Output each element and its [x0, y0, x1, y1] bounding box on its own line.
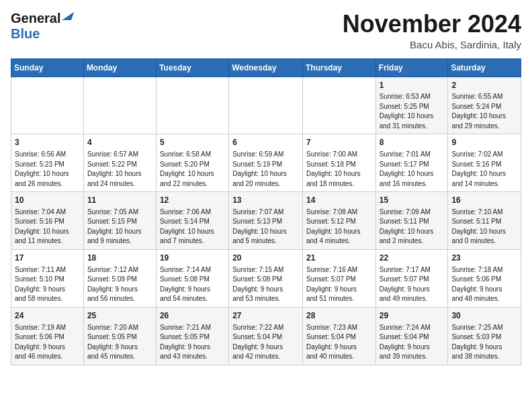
day-of-week-header: Saturday — [448, 58, 521, 77]
day-info: Sunrise: 7:12 AM Sunset: 5:09 PM Dayligh… — [87, 265, 152, 304]
day-of-week-header: Thursday — [302, 58, 375, 77]
day-info: Sunrise: 7:06 AM Sunset: 5:14 PM Dayligh… — [160, 208, 225, 246]
calendar-cell: 11Sunrise: 7:05 AM Sunset: 5:15 PM Dayli… — [83, 192, 156, 250]
month-title: November 2024 — [343, 11, 521, 38]
day-number: 16 — [451, 195, 517, 206]
logo-blue-text: Blue — [11, 26, 40, 41]
calendar-cell: 30Sunrise: 7:25 AM Sunset: 5:03 PM Dayli… — [448, 307, 521, 365]
calendar-cell: 6Sunrise: 6:59 AM Sunset: 5:19 PM Daylig… — [229, 134, 303, 192]
calendar-cell — [156, 77, 228, 134]
day-info: Sunrise: 7:08 AM Sunset: 5:12 PM Dayligh… — [306, 208, 372, 246]
day-info: Sunrise: 7:05 AM Sunset: 5:15 PM Dayligh… — [87, 208, 152, 246]
logo-general-text: General — [11, 11, 60, 26]
day-number: 29 — [380, 310, 445, 322]
day-number: 4 — [87, 137, 152, 148]
day-of-week-header: Friday — [375, 58, 448, 77]
day-info: Sunrise: 7:07 AM Sunset: 5:13 PM Dayligh… — [232, 208, 299, 246]
day-number: 7 — [306, 137, 372, 148]
day-number: 14 — [306, 195, 372, 206]
svg-marker-0 — [62, 12, 74, 20]
calendar-cell: 7Sunrise: 7:00 AM Sunset: 5:18 PM Daylig… — [302, 134, 375, 192]
day-number: 26 — [160, 310, 225, 322]
day-number: 21 — [306, 253, 372, 264]
day-number: 12 — [160, 195, 225, 206]
day-number: 28 — [306, 310, 372, 322]
calendar-cell: 12Sunrise: 7:06 AM Sunset: 5:14 PM Dayli… — [156, 192, 228, 250]
calendar-cell: 14Sunrise: 7:08 AM Sunset: 5:12 PM Dayli… — [302, 192, 375, 250]
calendar-cell: 19Sunrise: 7:14 AM Sunset: 5:08 PM Dayli… — [156, 249, 228, 307]
day-info: Sunrise: 7:10 AM Sunset: 5:11 PM Dayligh… — [451, 208, 517, 246]
day-info: Sunrise: 7:04 AM Sunset: 5:16 PM Dayligh… — [15, 208, 80, 246]
day-info: Sunrise: 7:11 AM Sunset: 5:10 PM Dayligh… — [15, 265, 80, 304]
calendar-cell: 28Sunrise: 7:23 AM Sunset: 5:04 PM Dayli… — [302, 307, 375, 365]
day-info: Sunrise: 6:55 AM Sunset: 5:24 PM Dayligh… — [451, 92, 517, 131]
calendar-cell: 27Sunrise: 7:22 AM Sunset: 5:04 PM Dayli… — [229, 307, 303, 365]
day-number: 6 — [232, 137, 299, 148]
day-number: 3 — [15, 137, 80, 148]
day-info: Sunrise: 6:58 AM Sunset: 5:20 PM Dayligh… — [160, 150, 225, 189]
calendar-cell: 2Sunrise: 6:55 AM Sunset: 5:24 PM Daylig… — [448, 77, 521, 134]
day-of-week-header: Sunday — [11, 58, 84, 77]
calendar-cell: 21Sunrise: 7:16 AM Sunset: 5:07 PM Dayli… — [302, 249, 375, 307]
day-info: Sunrise: 7:14 AM Sunset: 5:08 PM Dayligh… — [160, 265, 225, 304]
day-number: 25 — [87, 310, 152, 322]
calendar-cell: 9Sunrise: 7:02 AM Sunset: 5:16 PM Daylig… — [448, 134, 521, 192]
day-number: 30 — [451, 310, 517, 322]
day-info: Sunrise: 7:20 AM Sunset: 5:05 PM Dayligh… — [87, 323, 152, 362]
day-number: 19 — [160, 253, 225, 264]
day-info: Sunrise: 7:17 AM Sunset: 5:07 PM Dayligh… — [380, 265, 445, 304]
day-info: Sunrise: 7:00 AM Sunset: 5:18 PM Dayligh… — [306, 150, 372, 189]
day-number: 10 — [15, 195, 80, 206]
calendar-cell: 22Sunrise: 7:17 AM Sunset: 5:07 PM Dayli… — [375, 249, 448, 307]
calendar-cell: 17Sunrise: 7:11 AM Sunset: 5:10 PM Dayli… — [11, 249, 84, 307]
day-of-week-header: Tuesday — [156, 58, 228, 77]
day-number: 8 — [380, 137, 445, 148]
calendar-cell: 4Sunrise: 6:57 AM Sunset: 5:22 PM Daylig… — [83, 134, 156, 192]
day-number: 18 — [87, 253, 152, 264]
day-info: Sunrise: 7:25 AM Sunset: 5:03 PM Dayligh… — [451, 323, 517, 362]
day-number: 22 — [380, 253, 445, 264]
calendar-cell: 29Sunrise: 7:24 AM Sunset: 5:04 PM Dayli… — [375, 307, 448, 365]
calendar-cell: 15Sunrise: 7:09 AM Sunset: 5:11 PM Dayli… — [375, 192, 448, 250]
day-number: 5 — [160, 137, 225, 148]
day-number: 1 — [380, 80, 445, 91]
day-info: Sunrise: 7:01 AM Sunset: 5:17 PM Dayligh… — [380, 150, 445, 189]
calendar-cell — [302, 77, 375, 134]
calendar-cell: 18Sunrise: 7:12 AM Sunset: 5:09 PM Dayli… — [83, 249, 156, 307]
day-info: Sunrise: 7:24 AM Sunset: 5:04 PM Dayligh… — [380, 323, 445, 362]
day-info: Sunrise: 7:23 AM Sunset: 5:04 PM Dayligh… — [306, 323, 372, 362]
day-info: Sunrise: 7:02 AM Sunset: 5:16 PM Dayligh… — [451, 150, 517, 189]
calendar-cell: 20Sunrise: 7:15 AM Sunset: 5:08 PM Dayli… — [229, 249, 303, 307]
calendar-cell: 13Sunrise: 7:07 AM Sunset: 5:13 PM Dayli… — [229, 192, 303, 250]
title-block: November 2024 Bacu Abis, Sardinia, Italy — [343, 11, 521, 50]
calendar-cell: 23Sunrise: 7:18 AM Sunset: 5:06 PM Dayli… — [448, 249, 521, 307]
day-info: Sunrise: 7:16 AM Sunset: 5:07 PM Dayligh… — [306, 265, 372, 304]
calendar-cell: 24Sunrise: 7:19 AM Sunset: 5:06 PM Dayli… — [11, 307, 84, 365]
location-text: Bacu Abis, Sardinia, Italy — [343, 39, 521, 50]
day-number: 20 — [232, 253, 299, 264]
day-number: 9 — [451, 137, 517, 148]
day-number: 13 — [232, 195, 299, 206]
day-info: Sunrise: 6:56 AM Sunset: 5:23 PM Dayligh… — [15, 150, 80, 189]
calendar-cell — [229, 77, 303, 134]
calendar-cell: 16Sunrise: 7:10 AM Sunset: 5:11 PM Dayli… — [448, 192, 521, 250]
day-info: Sunrise: 7:21 AM Sunset: 5:05 PM Dayligh… — [160, 323, 225, 362]
day-info: Sunrise: 7:18 AM Sunset: 5:06 PM Dayligh… — [451, 265, 517, 304]
logo-bird-icon — [62, 12, 75, 23]
calendar-cell: 25Sunrise: 7:20 AM Sunset: 5:05 PM Dayli… — [83, 307, 156, 365]
day-info: Sunrise: 7:22 AM Sunset: 5:04 PM Dayligh… — [232, 323, 299, 362]
calendar-cell: 1Sunrise: 6:53 AM Sunset: 5:25 PM Daylig… — [375, 77, 448, 134]
day-number: 2 — [451, 80, 517, 91]
calendar-cell: 26Sunrise: 7:21 AM Sunset: 5:05 PM Dayli… — [156, 307, 228, 365]
calendar-cell: 8Sunrise: 7:01 AM Sunset: 5:17 PM Daylig… — [375, 134, 448, 192]
day-number: 15 — [380, 195, 445, 206]
day-number: 23 — [451, 253, 517, 264]
calendar-cell — [83, 77, 156, 134]
page-header: General Blue November 2024 Bacu Abis, Sa… — [11, 11, 521, 50]
day-of-week-header: Wednesday — [229, 58, 303, 77]
day-info: Sunrise: 6:53 AM Sunset: 5:25 PM Dayligh… — [380, 92, 445, 131]
day-number: 24 — [15, 310, 80, 322]
day-info: Sunrise: 7:15 AM Sunset: 5:08 PM Dayligh… — [232, 265, 299, 304]
calendar-cell: 10Sunrise: 7:04 AM Sunset: 5:16 PM Dayli… — [11, 192, 84, 250]
calendar-cell: 3Sunrise: 6:56 AM Sunset: 5:23 PM Daylig… — [11, 134, 84, 192]
